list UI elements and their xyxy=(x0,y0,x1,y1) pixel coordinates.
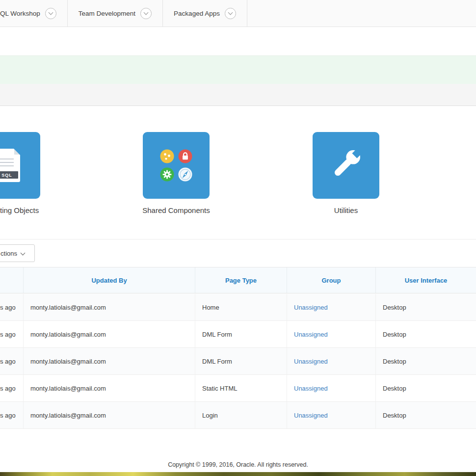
group-link[interactable]: Unassigned xyxy=(294,412,328,419)
document-lines xyxy=(0,159,14,169)
cell-user-interface: Desktop xyxy=(376,348,476,374)
lock-icon xyxy=(178,149,193,164)
chevron-down-circle-icon[interactable] xyxy=(140,8,152,19)
report-top-divider xyxy=(0,239,476,239)
chevron-down-icon xyxy=(48,10,53,15)
wrench-icon xyxy=(327,145,365,185)
sql-document-icon: SQL xyxy=(0,149,20,182)
cell-updated: s ago xyxy=(0,294,24,320)
group-link[interactable]: Unassigned xyxy=(294,304,328,311)
nav-tab-sql-workshop[interactable]: QL Workshop xyxy=(0,0,68,26)
cell-updated: s ago xyxy=(0,402,24,428)
success-banner-region xyxy=(0,55,476,84)
tile-utilities[interactable] xyxy=(313,132,379,199)
report-header-row: Updated By Page Type Group User Interfac… xyxy=(0,267,476,293)
apex-builder-page: QL Workshop Team Development Packaged Ap… xyxy=(0,0,476,476)
cell-updated: s ago xyxy=(0,375,24,401)
cell-updated: s ago xyxy=(0,321,24,347)
copyright-text: Copyright © 1999, 2016, Oracle. All righ… xyxy=(0,461,476,468)
cookie-icon xyxy=(160,149,175,164)
actions-menu-button[interactable]: ctions xyxy=(0,244,35,262)
cell-page-type: Login xyxy=(195,402,287,428)
cell-user-interface: Desktop xyxy=(376,321,476,347)
column-header-updated-by[interactable]: Updated By xyxy=(24,267,195,293)
cell-user-interface: Desktop xyxy=(376,375,476,401)
cell-updated-by: monty.latiolais@gmail.com xyxy=(24,294,195,320)
actions-button-label: ctions xyxy=(0,250,17,257)
nav-tab-packaged-apps[interactable]: Packaged Apps xyxy=(163,0,247,26)
tile-label-utilities[interactable]: Utilities xyxy=(313,206,379,214)
cell-updated-by: monty.latiolais@gmail.com xyxy=(24,402,195,428)
nav-tab-label: Packaged Apps xyxy=(174,10,220,17)
cell-page-type: Home xyxy=(195,294,287,320)
chevron-down-circle-icon[interactable] xyxy=(225,8,236,19)
table-row: s ago monty.latiolais@gmail.com Static H… xyxy=(0,375,476,402)
cell-updated-by: monty.latiolais@gmail.com xyxy=(24,321,195,347)
tile-shared-components[interactable] xyxy=(143,132,210,199)
compass-icon xyxy=(178,167,193,182)
cell-page-type: Static HTML xyxy=(195,375,287,401)
table-row: s ago monty.latiolais@gmail.com Home Una… xyxy=(0,294,476,321)
chevron-down-icon xyxy=(21,250,26,255)
shared-components-icon xyxy=(160,149,193,182)
column-header-page-type[interactable]: Page Type xyxy=(195,267,287,293)
cell-page-type: DML Form xyxy=(195,321,287,347)
cell-page-type: DML Form xyxy=(195,348,287,374)
report-body: s ago monty.latiolais@gmail.com Home Una… xyxy=(0,294,476,429)
chevron-down-icon xyxy=(228,10,233,15)
table-row: s ago monty.latiolais@gmail.com DML Form… xyxy=(0,321,476,348)
chevron-down-icon xyxy=(144,10,149,15)
tile-supporting-objects[interactable]: SQL xyxy=(0,132,40,199)
group-link[interactable]: Unassigned xyxy=(294,385,328,392)
nav-tab-team-development[interactable]: Team Development xyxy=(68,0,163,26)
chevron-down-circle-icon[interactable] xyxy=(45,8,56,19)
table-row: s ago monty.latiolais@gmail.com Login Un… xyxy=(0,402,476,429)
column-header-user-interface[interactable]: User Interface xyxy=(376,267,476,293)
background-photo-strip xyxy=(0,472,476,476)
nav-tab-label: QL Workshop xyxy=(0,10,40,17)
cell-updated-by: monty.latiolais@gmail.com xyxy=(24,375,195,401)
tile-label-supporting-objects[interactable]: ting Objects xyxy=(0,206,39,214)
page-fold-cut xyxy=(14,149,20,155)
cell-user-interface: Desktop xyxy=(376,402,476,428)
cell-updated: s ago xyxy=(0,348,24,374)
group-link[interactable]: Unassigned xyxy=(294,358,328,365)
cell-updated-by: monty.latiolais@gmail.com xyxy=(24,348,195,374)
tile-label-shared-components[interactable]: Shared Components xyxy=(127,206,225,214)
group-link[interactable]: Unassigned xyxy=(294,331,328,338)
table-row: s ago monty.latiolais@gmail.com DML Form… xyxy=(0,348,476,375)
column-header-updated-cropped[interactable] xyxy=(0,267,24,293)
nav-tab-label: Team Development xyxy=(79,10,135,17)
gear-icon xyxy=(160,167,175,182)
sql-badge: SQL xyxy=(0,171,18,179)
title-bar-region xyxy=(0,84,476,106)
top-navbar: QL Workshop Team Development Packaged Ap… xyxy=(0,0,476,27)
cell-user-interface: Desktop xyxy=(376,294,476,320)
column-header-group[interactable]: Group xyxy=(287,267,376,293)
